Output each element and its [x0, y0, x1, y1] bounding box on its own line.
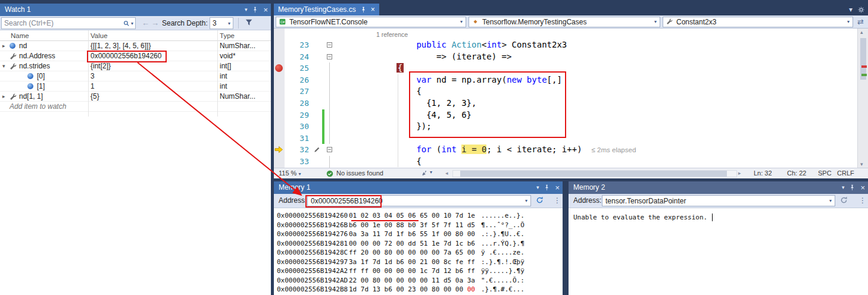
breakpoint-margin[interactable]: [274, 109, 285, 121]
watch-row[interactable]: [0]3int: [0, 71, 271, 81]
watch-row[interactable]: ▸nd{[[1, 2, 3], [4, 5, 6]]}NumShar...: [0, 41, 271, 51]
breakpoint-margin[interactable]: [274, 98, 285, 109]
pin-icon[interactable]: [544, 184, 550, 191]
tab-memorytestingcases[interactable]: MemoryTestingCases.cs ×: [274, 4, 379, 15]
search-next-icon[interactable]: →: [151, 18, 159, 27]
close-icon[interactable]: ×: [860, 184, 865, 192]
outline-margin[interactable]: [326, 121, 333, 133]
hscroll-left-icon[interactable]: ◂: [445, 170, 448, 176]
memory-row[interactable]: 0x000002556B19426001 02 03 04 05 06 65 0…: [274, 211, 563, 221]
close-icon[interactable]: ×: [263, 6, 268, 14]
breakpoint-margin[interactable]: [274, 144, 285, 156]
outline-margin[interactable]: [326, 144, 333, 156]
breakpoint-margin[interactable]: [274, 133, 285, 145]
memory2-titlebar[interactable]: Memory 2 ▾ ×: [569, 181, 868, 194]
breakpoint-margin[interactable]: [274, 39, 285, 51]
fold-collapse-icon[interactable]: [327, 42, 332, 48]
memory-row[interactable]: 0x000002556B1942B81d 7d 13 b6 00 23 00 8…: [274, 285, 563, 294]
memory-row[interactable]: 0x000002556B19428Cff 20 00 80 00 00 00 0…: [274, 248, 563, 258]
refresh-icon[interactable]: [840, 196, 848, 204]
memory1-titlebar[interactable]: Memory 1 ▾ ×: [274, 181, 563, 194]
memory-bytes[interactable]: ff ff 00 00 00 00 1c 7d 12 b6 ff: [349, 266, 481, 276]
code-cleanup-chevron-icon[interactable]: ▾: [430, 170, 432, 175]
toolbar-overflow-icon[interactable]: ⋮: [554, 196, 561, 205]
memory-bytes[interactable]: b6 00 1e 00 88 b0 3f 5f 7f 11 d5: [349, 221, 481, 230]
zoom-control[interactable]: 115 % ▾: [279, 170, 301, 177]
memory-row[interactable]: 0x000002556B1942973a 1f 7d 1d b6 00 21 0…: [274, 258, 563, 267]
pin-icon[interactable]: [252, 7, 258, 13]
outline-margin[interactable]: [326, 39, 333, 51]
type-dropdown[interactable]: Tensorflow.MemoryTestingCases ▾: [469, 17, 660, 27]
watch-titlebar[interactable]: Watch 1 ▾ ×: [0, 4, 271, 16]
row-expander-icon[interactable]: ▾: [2, 61, 5, 71]
breakpoint-margin[interactable]: [274, 156, 285, 168]
memory2-address-combo[interactable]: tensor.TensorDataPointer ▾: [602, 195, 835, 206]
breakpoint-margin[interactable]: [274, 121, 285, 133]
memory-row[interactable]: 0x000002556B19428100 00 00 72 00 dd 51 1…: [274, 239, 563, 249]
refresh-icon[interactable]: [536, 196, 544, 204]
watch-value[interactable]: {[[1, 2, 3], [4, 5, 6]]}: [90, 41, 151, 51]
memory-bytes[interactable]: 0a 3a 11 7d 1f b6 55 1f 00 80 00: [349, 230, 481, 239]
outline-margin[interactable]: [326, 74, 333, 86]
breakpoint-margin[interactable]: [274, 51, 285, 63]
watch-value[interactable]: 0x000002556b194260: [90, 51, 161, 61]
search-prev-icon[interactable]: ←: [142, 18, 149, 27]
codelens-references[interactable]: 1 reference: [376, 31, 408, 38]
memory-row[interactable]: 0x000002556B1942A2ff ff 00 00 00 00 1c 7…: [274, 266, 563, 276]
memory1-address-combo[interactable]: 0x000002556B194260 ▾: [307, 195, 531, 206]
column-header-value[interactable]: Value: [90, 30, 108, 41]
outline-margin[interactable]: [326, 156, 333, 168]
pin-icon[interactable]: [849, 184, 855, 191]
column-header-type[interactable]: Type: [220, 30, 235, 41]
watch-value[interactable]: 1: [90, 81, 95, 92]
vertical-scrollbar[interactable]: ▴ ▾: [857, 29, 868, 168]
memory-row[interactable]: 0x000002556B1942AD22 00 80 00 00 00 00 1…: [274, 276, 563, 285]
column-header-name[interactable]: Name: [11, 30, 29, 41]
search-icon[interactable]: [123, 20, 130, 27]
filter-icon[interactable]: [245, 18, 253, 26]
watch-row[interactable]: ▸nd[1, 1]{5}NumShar...: [0, 92, 271, 102]
watch-row[interactable]: nd.Address0x000002556b194260void*: [0, 51, 271, 61]
search-depth-combo[interactable]: 3 ▾: [210, 17, 233, 29]
scroll-down-icon[interactable]: ▾: [860, 161, 863, 167]
memory-bytes[interactable]: 3a 1f 7d 1d b6 00 21 00 8c fe ff: [349, 258, 481, 267]
memory-bytes[interactable]: 1d 7d 13 b6 00 23 00 80 00 00 00: [349, 285, 481, 294]
window-position-icon[interactable]: ▾: [245, 4, 248, 16]
memory-bytes[interactable]: 00 00 00 72 00 dd 51 1e 7d 1c b6: [349, 239, 481, 249]
tab-pin-icon[interactable]: [360, 7, 367, 13]
breakpoint-margin[interactable]: [274, 62, 285, 74]
memory-bytes[interactable]: ff 20 00 80 00 00 00 00 7a 65 00: [349, 248, 481, 258]
search-box[interactable]: ▾: [1, 17, 136, 29]
watch-row[interactable]: [1]1int: [0, 81, 271, 92]
breakpoint-margin[interactable]: [274, 86, 285, 98]
member-dropdown[interactable]: Constant2x3 ▾: [663, 17, 853, 27]
watch-row[interactable]: ▾nd.strides{int[2]}int[]: [0, 61, 271, 71]
fold-collapse-icon[interactable]: [327, 54, 332, 59]
outline-margin[interactable]: [326, 62, 333, 74]
fold-collapse-icon[interactable]: [327, 147, 332, 152]
horizontal-scrollbar[interactable]: [452, 170, 737, 177]
search-options-chevron-icon[interactable]: ▾: [131, 21, 133, 26]
issues-status[interactable]: No issues found: [336, 170, 383, 177]
gear-icon[interactable]: [858, 7, 864, 13]
row-expander-icon[interactable]: ▸: [2, 41, 5, 51]
memory-row[interactable]: 0x000002556B1942760a 3a 11 7d 1f b6 55 1…: [274, 230, 563, 239]
breakpoint-margin[interactable]: [274, 74, 285, 86]
breakpoint-icon[interactable]: [275, 64, 283, 72]
add-watch-row[interactable]: Add item to watch: [0, 102, 271, 112]
memory-bytes[interactable]: 01 02 03 04 05 06 65 00 10 7d 1e: [349, 211, 481, 221]
add-watch-label[interactable]: Add item to watch: [10, 102, 66, 112]
project-dropdown[interactable]: TensorFlowNET.Console ▾: [276, 17, 466, 27]
tab-close-icon[interactable]: ×: [371, 5, 375, 14]
code-cleanup-icon[interactable]: [421, 170, 428, 177]
watch-value[interactable]: 3: [90, 71, 95, 81]
tab-list-chevron-icon[interactable]: ▾: [849, 5, 853, 14]
window-position-icon[interactable]: ▾: [536, 181, 539, 194]
watch-value[interactable]: {int[2]}: [90, 61, 111, 71]
search-input[interactable]: [2, 19, 123, 27]
scroll-up-icon[interactable]: ▴: [860, 29, 863, 35]
window-position-icon[interactable]: ▾: [842, 181, 845, 194]
outline-margin[interactable]: [326, 98, 333, 109]
hscroll-right-icon[interactable]: ▸: [738, 170, 741, 176]
watch-value[interactable]: {5}: [90, 92, 99, 102]
